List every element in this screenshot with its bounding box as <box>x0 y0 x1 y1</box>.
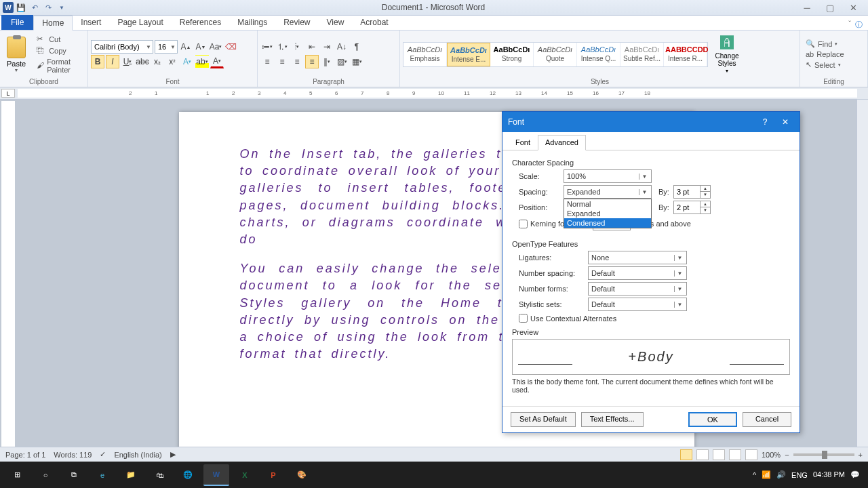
ruler-horizontal[interactable]: 12345678910111213141516171812 <box>18 89 857 98</box>
kerning-checkbox[interactable] <box>519 220 528 228</box>
word-taskbar-icon[interactable]: W <box>203 464 229 486</box>
minimize-icon[interactable]: ─ <box>799 2 815 13</box>
spin-down-icon[interactable]: ▼ <box>701 207 710 214</box>
ribbon-minimize-icon[interactable]: ˇ <box>848 20 851 30</box>
task-view-icon[interactable]: ⧉ <box>61 464 87 486</box>
bold-button[interactable]: B <box>91 55 104 68</box>
highlight-icon[interactable]: ab▾ <box>195 55 209 68</box>
show-marks-icon[interactable]: ¶ <box>350 40 363 54</box>
spacing-option-expanded[interactable]: Expanded <box>564 209 651 218</box>
excel-icon[interactable]: X <box>232 464 258 486</box>
paste-button[interactable]: Paste ▼ <box>3 35 30 74</box>
style-item-intense[interactable]: AaBbCcDıIntense E... <box>447 43 490 66</box>
text-effects-button[interactable]: Text Effects... <box>581 412 644 427</box>
status-page[interactable]: Page: 1 of 1 <box>5 451 45 459</box>
align-right-icon[interactable]: ≡ <box>290 55 304 68</box>
dialog-tab-font[interactable]: Font <box>508 135 538 150</box>
sort-icon[interactable]: A↓ <box>335 40 349 54</box>
grow-font-icon[interactable]: A▲ <box>179 40 193 54</box>
numforms-combo[interactable]: Default▼ <box>588 282 687 296</box>
view-web-icon[interactable] <box>713 449 725 460</box>
edge-icon[interactable]: e <box>90 464 115 486</box>
subscript-button[interactable]: x₂ <box>151 55 164 68</box>
multilevel-icon[interactable]: ⦙▾ <box>290 40 304 54</box>
find-button[interactable]: 🔍Find▾ <box>803 39 847 49</box>
select-button[interactable]: ↖Select▾ <box>803 60 847 70</box>
status-words[interactable]: Words: 119 <box>54 451 92 459</box>
proofing-icon[interactable]: ✓ <box>100 450 106 459</box>
ruler-vertical[interactable] <box>1 101 15 460</box>
tray-notifications-icon[interactable]: 💬 <box>850 470 860 479</box>
maximize-icon[interactable]: ▢ <box>822 2 838 13</box>
ok-button[interactable]: OK <box>688 412 737 427</box>
zoom-slider[interactable] <box>793 453 854 456</box>
align-center-icon[interactable]: ≡ <box>275 55 289 68</box>
tab-insert[interactable]: Insert <box>73 15 109 30</box>
spin-down-icon[interactable]: ▼ <box>701 192 710 198</box>
tab-page-layout[interactable]: Page Layout <box>109 15 171 30</box>
tray-volume-icon[interactable]: 🔊 <box>776 470 786 479</box>
dialog-help-icon[interactable]: ? <box>756 115 774 129</box>
cortana-icon[interactable]: ○ <box>33 464 58 486</box>
tab-review[interactable]: Review <box>275 15 318 30</box>
style-item-sref[interactable]: AaBbCcDıSubtle Ref... <box>620 43 664 66</box>
stylistic-combo[interactable]: Default▼ <box>588 298 687 311</box>
qa-undo-icon[interactable]: ↶ <box>28 1 41 14</box>
position-by-spinner[interactable]: ▲▼ <box>673 201 711 214</box>
spin-up-icon[interactable]: ▲ <box>701 201 710 207</box>
ruler-corner[interactable]: L <box>1 89 15 98</box>
numspacing-combo[interactable]: Default▼ <box>588 266 687 280</box>
font-name-combo[interactable]: Calibri (Body)▼ <box>91 40 153 54</box>
italic-button[interactable]: I <box>106 55 119 68</box>
spacing-by-spinner[interactable]: ▲▼ <box>673 185 711 199</box>
tab-mailings[interactable]: Mailings <box>229 15 275 30</box>
style-item-iref[interactable]: AABBCCDDIntense R... <box>664 43 707 66</box>
style-item-strong[interactable]: AaBbCcDıStrong <box>490 43 534 66</box>
powerpoint-icon[interactable]: P <box>260 464 286 486</box>
tray-lang[interactable]: ENG <box>791 471 808 479</box>
close-icon[interactable]: ✕ <box>845 2 861 13</box>
cut-button[interactable]: ✂Cut <box>34 34 85 45</box>
explorer-icon[interactable]: 📁 <box>118 464 144 486</box>
style-item-iquote[interactable]: AaBbCcDıIntense Q... <box>577 43 620 66</box>
spacing-combo[interactable]: Expanded▼ Normal Expanded Condensed <box>564 185 652 199</box>
chrome-icon[interactable]: 🌐 <box>175 464 201 486</box>
scale-combo[interactable]: 100%▼ <box>564 169 652 183</box>
superscript-button[interactable]: x² <box>165 55 179 68</box>
store-icon[interactable]: 🛍 <box>146 464 172 486</box>
start-icon[interactable]: ⊞ <box>4 464 30 486</box>
tab-acrobat[interactable]: Acrobat <box>352 15 396 30</box>
paint-icon[interactable]: 🎨 <box>289 464 315 486</box>
style-item-emph[interactable]: AaBbCcDıEmphasis <box>403 43 447 66</box>
view-full-screen-icon[interactable] <box>696 449 709 460</box>
tab-file[interactable]: File <box>1 15 33 30</box>
macro-icon[interactable]: ▶ <box>170 450 176 459</box>
font-size-combo[interactable]: 16▼ <box>155 40 178 54</box>
styles-gallery[interactable]: AaBbCcDıEmphasisAaBbCcDıIntense E...AaBb… <box>403 42 708 67</box>
qa-redo-icon[interactable]: ↷ <box>42 1 54 14</box>
decrease-indent-icon[interactable]: ⇤ <box>305 40 319 54</box>
change-case-icon[interactable]: Aa▾ <box>209 40 222 54</box>
set-default-button[interactable]: Set As Default <box>511 412 576 427</box>
format-painter-button[interactable]: 🖌Format Painter <box>34 57 85 75</box>
zoom-in-icon[interactable]: + <box>859 451 863 459</box>
qa-customize-icon[interactable]: ▼ <box>56 1 68 14</box>
ligatures-combo[interactable]: None▼ <box>588 251 687 264</box>
bullets-icon[interactable]: ≔▾ <box>260 40 274 54</box>
line-spacing-icon[interactable]: ‖▾ <box>320 55 334 68</box>
view-draft-icon[interactable] <box>745 449 757 460</box>
status-language[interactable]: English (India) <box>114 451 161 459</box>
tab-references[interactable]: References <box>172 15 229 30</box>
numbering-icon[interactable]: ⒈▾ <box>275 40 289 54</box>
help-icon[interactable]: ⓘ <box>855 20 863 30</box>
shrink-font-icon[interactable]: A▼ <box>194 40 208 54</box>
spacing-option-condensed[interactable]: Condensed <box>564 218 651 228</box>
tab-home[interactable]: Home <box>33 16 73 30</box>
contextual-checkbox[interactable] <box>519 314 528 323</box>
justify-icon[interactable]: ≡ <box>305 55 319 68</box>
text-effects-icon[interactable]: A▾ <box>180 55 194 68</box>
tray-network-icon[interactable]: 📶 <box>762 470 771 479</box>
view-print-layout-icon[interactable] <box>680 449 692 460</box>
underline-button[interactable]: U▾ <box>121 55 134 68</box>
dialog-close-icon[interactable]: ✕ <box>776 115 794 129</box>
